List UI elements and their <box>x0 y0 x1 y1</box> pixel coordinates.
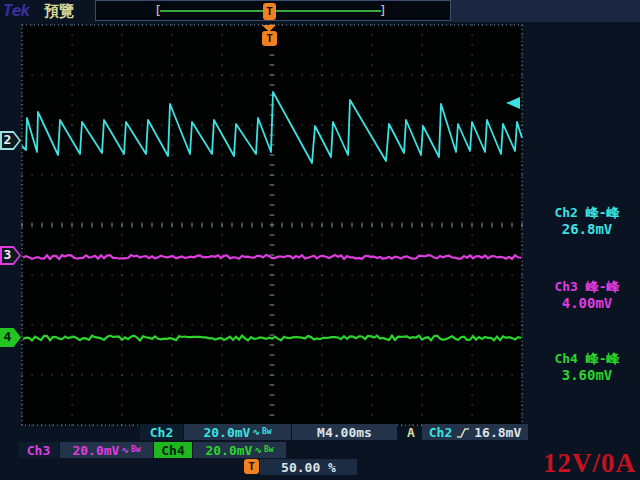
psu-status-text: 12V/0A <box>543 448 636 479</box>
bandwidth-limit-icon: Bw <box>262 428 272 436</box>
ch3-label-badge[interactable]: Ch3 <box>18 442 59 458</box>
measurement-ch2-value: 26.8mV <box>534 221 640 238</box>
trigger-position-badge-icon[interactable]: T <box>262 31 277 46</box>
measurement-ch4-label: 峰-峰 <box>586 351 620 366</box>
ch2-scale-readout[interactable]: 20.0mV∿Bw <box>184 424 291 440</box>
ch4-marker-number: 4 <box>0 329 15 344</box>
tek-logo: Tek <box>3 1 29 20</box>
measurement-ch2-pkpk: Ch2 峰-峰 26.8mV <box>534 204 640 238</box>
measurement-ch4-value: 3.60mV <box>534 367 640 384</box>
trigger-level-value: 16.8mV <box>474 426 521 439</box>
bandwidth-limit-icon: Bw <box>131 446 141 454</box>
ch4-scale-readout[interactable]: 20.0mV∿Bw <box>193 442 286 458</box>
trigger-position-percent[interactable]: 50.00 % <box>260 459 357 475</box>
topbar-right-panel <box>451 0 640 22</box>
rising-edge-slope-icon <box>456 426 470 439</box>
oscilloscope-screen: Tek 預覽 [ ] T T 2 3 4 Ch2 峰-峰 26.8mV Ch3 … <box>0 0 640 480</box>
measurement-ch3-value: 4.00mV <box>534 295 640 312</box>
trigger-source-label: Ch2 <box>429 426 452 439</box>
measurement-ch4-pkpk: Ch4 峰-峰 3.60mV <box>534 350 640 384</box>
timebase-readout[interactable]: M4.00ms <box>292 424 397 440</box>
bandwidth-limit-icon: Bw <box>264 446 274 454</box>
measurement-ch4-channel: Ch4 <box>554 351 577 366</box>
trigger-position-readout-icon: T <box>244 459 259 474</box>
measurement-ch2-label: 峰-峰 <box>586 205 620 220</box>
acquisition-bar: [ ] T <box>95 0 451 21</box>
ch2-marker-number: 2 <box>0 132 15 147</box>
ch3-marker-number: 3 <box>0 247 15 262</box>
acquisition-mode-label: A <box>401 424 421 440</box>
ch2-label-badge[interactable]: Ch2 <box>140 424 183 440</box>
measurement-ch2-channel: Ch2 <box>554 205 577 220</box>
ch3-ground-marker[interactable]: 3 <box>0 246 21 265</box>
ac-coupling-icon: ∿ <box>121 446 129 455</box>
ch4-label-badge-selected[interactable]: Ch4 <box>154 442 192 458</box>
measurement-ch3-pkpk: Ch3 峰-峰 4.00mV <box>534 278 640 312</box>
measurement-ch3-label: 峰-峰 <box>586 279 620 294</box>
graticule <box>22 25 522 425</box>
acq-window-right-bracket: ] <box>379 3 387 18</box>
preview-mode-label: 預覽 <box>44 2 74 21</box>
ac-coupling-icon: ∿ <box>252 428 260 437</box>
trigger-position-bar-icon[interactable]: T <box>263 3 276 20</box>
measurement-ch3-channel: Ch3 <box>554 279 577 294</box>
ch4-ground-marker[interactable]: 4 <box>0 328 21 347</box>
ac-coupling-icon: ∿ <box>254 446 262 455</box>
ch3-scale-readout[interactable]: 20.0mV∿Bw <box>60 442 153 458</box>
ch2-ground-marker[interactable]: 2 <box>0 131 21 150</box>
trigger-readout[interactable]: Ch2 16.8mV <box>422 424 528 440</box>
